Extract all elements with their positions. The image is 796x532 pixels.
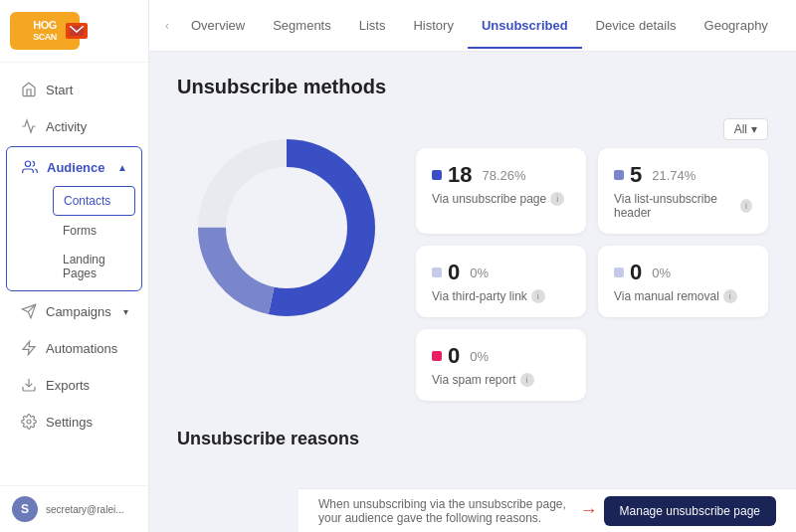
activity-icon	[20, 117, 38, 135]
filter-row: All ▾	[416, 118, 768, 140]
home-icon	[20, 81, 38, 98]
metric-value-2: 5	[630, 162, 642, 188]
campaigns-icon	[20, 302, 38, 320]
sidebar-footer: S secretary@ralei...	[0, 485, 148, 532]
metric-value-4: 0	[630, 260, 642, 285]
reasons-title: Unsubscribe reasons	[177, 429, 768, 449]
page-title: Unsubscribe methods	[177, 76, 768, 98]
tab-history[interactable]: History	[399, 2, 467, 49]
manage-arrow-icon: →	[580, 500, 598, 521]
metric-percent-5: 0%	[470, 349, 489, 364]
content-area: Unsubscribe methods All ▾	[149, 52, 796, 532]
tab-unsubscribed[interactable]: Unsubscribed	[468, 2, 582, 49]
metric-card-list-unsubscribe: 5 21.74% Via list-unsubscribe header i	[598, 148, 768, 234]
avatar: S	[12, 496, 38, 522]
tab-device-details[interactable]: Device details	[582, 2, 691, 49]
footer-bar: When unsubscribing via the unsubscribe p…	[298, 488, 796, 532]
sidebar: HOGSCAN Start Activity	[0, 0, 149, 532]
metric-percent-4: 0%	[652, 266, 671, 280]
tabs-bar: ‹ Overview Segments Lists History Unsubs…	[149, 0, 796, 52]
sidebar-item-contacts[interactable]: Contacts	[53, 186, 135, 216]
settings-icon	[20, 413, 38, 431]
logo-box: HOGSCAN	[10, 12, 80, 50]
sidebar-item-campaigns[interactable]: Campaigns ▾	[6, 293, 142, 329]
info-icon-5[interactable]: i	[520, 373, 534, 387]
sidebar-item-activity[interactable]: Activity	[6, 108, 142, 144]
donut-chart	[177, 118, 396, 337]
nav-items: Start Activity Audience ▲ Contacts Forms…	[0, 63, 148, 485]
metric-value-1: 18	[448, 162, 472, 188]
metric-percent-2: 21.74%	[652, 168, 696, 183]
sidebar-item-automations[interactable]: Automations	[6, 330, 142, 366]
automations-icon	[20, 339, 38, 357]
metric-card-spam-report: 0 0% Via spam report i	[416, 329, 586, 401]
sidebar-item-exports[interactable]: Exports	[6, 367, 142, 403]
tab-segments[interactable]: Segments	[259, 2, 345, 49]
logo: HOGSCAN	[0, 0, 148, 63]
sidebar-item-landing-pages[interactable]: Landing Pages	[53, 246, 135, 287]
info-icon-1[interactable]: i	[550, 192, 564, 206]
metric-dot-3	[432, 267, 442, 277]
tab-scroll-left-icon[interactable]: ‹	[165, 19, 169, 33]
metric-percent-1: 78.26%	[482, 168, 525, 183]
chevron-filter-icon: ▾	[751, 122, 757, 136]
filter-button[interactable]: All ▾	[723, 118, 768, 140]
manage-unsubscribe-button[interactable]: Manage unsubscribe page	[604, 496, 776, 526]
user-email: secretary@ralei...	[46, 504, 124, 515]
footer-text: When unsubscribing via the unsubscribe p…	[318, 497, 580, 525]
metric-card-unsubscribe-page: 18 78.26% Via unsubscribe page i	[416, 148, 586, 234]
metric-value-3: 0	[448, 260, 460, 285]
sub-menu: Contacts Forms Landing Pages	[7, 186, 141, 287]
metric-value-5: 0	[448, 343, 460, 369]
metric-dot-4	[614, 267, 624, 277]
metric-dot-5	[432, 351, 442, 361]
sidebar-item-start[interactable]: Start	[6, 72, 142, 107]
users-icon	[21, 158, 39, 176]
info-icon-4[interactable]: i	[723, 289, 737, 303]
metric-dot-1	[432, 170, 442, 180]
tab-overview[interactable]: Overview	[177, 2, 259, 49]
tab-lists[interactable]: Lists	[345, 2, 400, 49]
metrics-grid: All ▾ 18 78.26% Via unsubscribe page	[416, 118, 768, 401]
svg-point-4	[27, 420, 31, 424]
metric-card-third-party: 0 0% Via third-party link i	[416, 246, 586, 317]
audience-section: Audience ▲ Contacts Forms Landing Pages	[6, 146, 142, 291]
sidebar-item-audience[interactable]: Audience ▲	[7, 149, 141, 185]
svg-point-1	[25, 161, 30, 166]
info-icon-2[interactable]: i	[740, 199, 752, 213]
info-icon-3[interactable]: i	[531, 289, 545, 303]
exports-icon	[20, 376, 38, 394]
logo-envelope	[66, 23, 88, 39]
svg-marker-2	[23, 341, 35, 354]
tab-geography[interactable]: Geography	[691, 2, 782, 49]
metric-card-manual-removal: 0 0% Via manual removal i	[598, 246, 768, 317]
metric-percent-3: 0%	[470, 266, 489, 280]
metric-dot-2	[614, 170, 624, 180]
sidebar-item-forms[interactable]: Forms	[53, 217, 135, 245]
metric-cards: 18 78.26% Via unsubscribe page i 5	[416, 148, 768, 401]
chevron-campaigns-icon: ▾	[123, 306, 128, 317]
unsubscribe-reasons-section: Unsubscribe reasons	[177, 425, 768, 449]
metrics-row: All ▾ 18 78.26% Via unsubscribe page	[177, 118, 768, 401]
chevron-up-icon: ▲	[117, 162, 127, 173]
main-area: ‹ Overview Segments Lists History Unsubs…	[149, 0, 796, 532]
sidebar-item-settings[interactable]: Settings	[6, 404, 142, 440]
